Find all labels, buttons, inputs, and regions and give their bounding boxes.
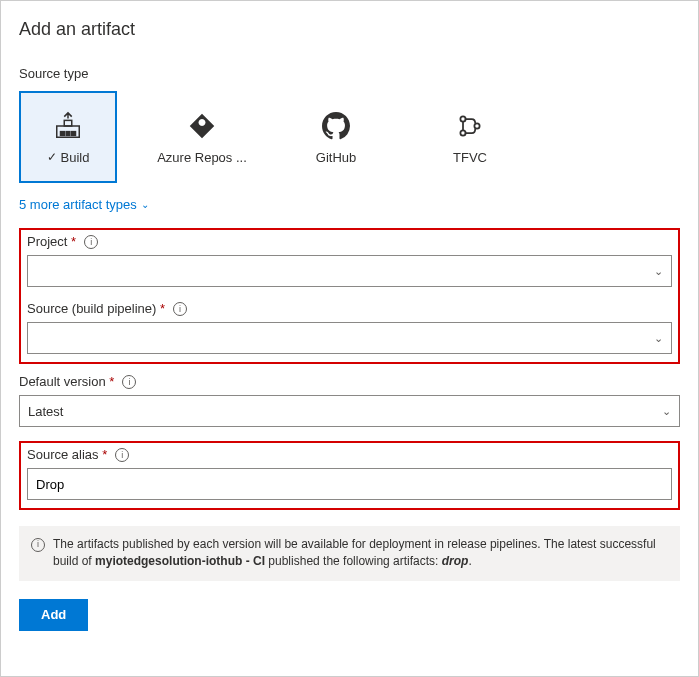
chevron-down-icon: ⌄	[662, 405, 671, 418]
source-type-build[interactable]: ✓ Build	[19, 91, 117, 183]
svg-point-7	[474, 123, 479, 128]
more-link-text: 5 more artifact types	[19, 197, 137, 212]
source-type-azure-repos[interactable]: Azure Repos ...	[153, 91, 251, 183]
source-alias-label: Source alias *	[27, 447, 107, 462]
source-type-label: Source type	[19, 66, 680, 81]
build-icon	[52, 110, 84, 142]
checkmark-icon: ✓	[47, 150, 57, 164]
project-label: Project *	[27, 234, 76, 249]
source-type-github-label: GitHub	[316, 150, 356, 165]
source-type-build-label: ✓ Build	[47, 150, 90, 165]
info-icon: i	[31, 538, 45, 552]
page-title: Add an artifact	[19, 19, 680, 40]
highlight-project-source: Project * i ⌄ Source (build pipeline) * …	[19, 228, 680, 364]
chevron-down-icon: ⌄	[654, 332, 663, 345]
chevron-down-icon: ⌄	[654, 265, 663, 278]
source-type-row: ✓ Build Azure Repos ... GitHub TFVC	[19, 91, 680, 183]
info-banner: i The artifacts published by each versio…	[19, 526, 680, 581]
svg-rect-1	[61, 131, 65, 135]
more-artifact-types-link[interactable]: 5 more artifact types ⌄	[19, 197, 680, 212]
chevron-down-icon: ⌄	[141, 199, 149, 210]
source-pipeline-select[interactable]: ⌄	[27, 322, 672, 354]
default-version-select[interactable]: Latest ⌄	[19, 395, 680, 427]
default-version-value: Latest	[28, 404, 63, 419]
source-type-azure-repos-label: Azure Repos ...	[157, 150, 247, 165]
info-icon[interactable]: i	[84, 235, 98, 249]
source-pipeline-label: Source (build pipeline) *	[27, 301, 165, 316]
tile-label-text: Build	[61, 150, 90, 165]
svg-rect-3	[72, 131, 76, 135]
default-version-label: Default version *	[19, 374, 114, 389]
github-icon	[320, 110, 352, 142]
source-alias-group: Source alias * i	[27, 447, 672, 500]
source-type-github[interactable]: GitHub	[287, 91, 385, 183]
source-alias-input[interactable]	[27, 468, 672, 500]
highlight-source-alias: Source alias * i	[19, 441, 680, 510]
project-group: Project * i ⌄	[27, 234, 672, 287]
project-select[interactable]: ⌄	[27, 255, 672, 287]
azure-repos-icon	[186, 110, 218, 142]
default-version-group: Default version * i Latest ⌄	[19, 374, 680, 427]
tfvc-icon	[454, 110, 486, 142]
info-icon[interactable]: i	[173, 302, 187, 316]
add-button[interactable]: Add	[19, 599, 88, 631]
source-type-tfvc[interactable]: TFVC	[421, 91, 519, 183]
info-icon[interactable]: i	[122, 375, 136, 389]
info-icon[interactable]: i	[115, 448, 129, 462]
info-banner-text: The artifacts published by each version …	[53, 536, 668, 571]
svg-rect-2	[66, 131, 70, 135]
source-type-tfvc-label: TFVC	[453, 150, 487, 165]
svg-rect-4	[64, 120, 72, 126]
source-pipeline-group: Source (build pipeline) * i ⌄	[27, 301, 672, 354]
